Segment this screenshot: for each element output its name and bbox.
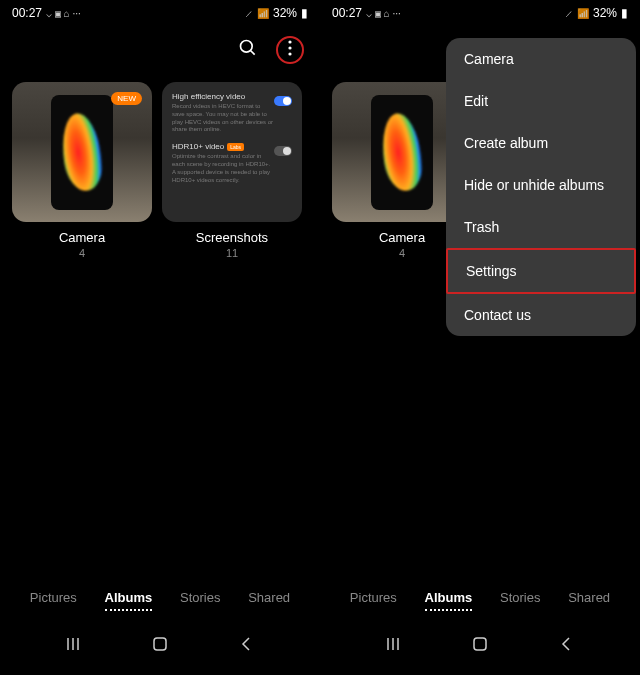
svg-point-3 [288, 46, 291, 49]
albums-grid: NEW Camera 4 High efficiency video Recor… [0, 74, 320, 267]
new-badge: NEW [111, 92, 142, 105]
album-screenshots[interactable]: High efficiency video Record videos in H… [162, 82, 302, 259]
nav-bar [0, 621, 320, 675]
svg-rect-8 [154, 638, 166, 650]
album-count: 11 [226, 247, 238, 259]
hdr-title: HDR10+ videoLabs [172, 142, 274, 151]
bottom-tabs: Pictures Albums Stories Shared [0, 576, 320, 621]
status-time: 00:27 [12, 6, 42, 20]
back-icon[interactable] [238, 635, 256, 657]
status-signal-icons: ⟋ 📶 [564, 8, 589, 19]
album-label: Screenshots [196, 230, 268, 245]
hev-toggle-icon [274, 96, 292, 106]
flame-wallpaper [58, 111, 106, 194]
tab-shared[interactable]: Shared [568, 586, 610, 611]
screen-left: 00:27 ⌵ ▣ ⌂ ··· ⟋ 📶 32% ▮ NEW Came [0, 0, 320, 675]
svg-point-2 [288, 40, 291, 43]
menu-settings[interactable]: Settings [446, 248, 636, 294]
album-label: Camera [59, 230, 105, 245]
status-battery: 32% [273, 6, 297, 20]
album-screenshots-thumb: High efficiency video Record videos in H… [162, 82, 302, 222]
svg-rect-12 [474, 638, 486, 650]
screen-right: 00:27 ⌵ ▣ ⌂ ··· ⟋ 📶 32% ▮ Camera 4 Camer… [320, 0, 640, 675]
tab-stories[interactable]: Stories [180, 586, 220, 611]
hev-desc: Record videos in HEVC format to save spa… [172, 103, 274, 134]
phone-image [51, 95, 113, 210]
hev-title: High efficiency video [172, 92, 274, 101]
status-bar: 00:27 ⌵ ▣ ⌂ ··· ⟋ 📶 32% ▮ [320, 0, 640, 26]
menu-camera[interactable]: Camera [446, 38, 636, 80]
hdr-toggle-icon [274, 146, 292, 156]
back-icon[interactable] [558, 635, 576, 657]
battery-icon: ▮ [621, 6, 628, 20]
album-count: 4 [399, 247, 405, 259]
menu-contact-us[interactable]: Contact us [446, 294, 636, 336]
tab-albums[interactable]: Albums [425, 586, 473, 611]
menu-trash[interactable]: Trash [446, 206, 636, 248]
svg-point-0 [241, 41, 253, 53]
status-time: 00:27 [332, 6, 362, 20]
hdr-badge: Labs [227, 143, 244, 151]
tab-stories[interactable]: Stories [500, 586, 540, 611]
hdr-desc: Optimize the contrast and color in each … [172, 153, 274, 184]
album-camera[interactable]: NEW Camera 4 [12, 82, 152, 259]
battery-icon: ▮ [301, 6, 308, 20]
tab-pictures[interactable]: Pictures [30, 586, 77, 611]
status-battery: 32% [593, 6, 617, 20]
options-menu: Camera Edit Create album Hide or unhide … [446, 38, 636, 336]
menu-hide-unhide[interactable]: Hide or unhide albums [446, 164, 636, 206]
svg-point-4 [288, 52, 291, 55]
album-count: 4 [79, 247, 85, 259]
menu-create-album[interactable]: Create album [446, 122, 636, 164]
flame-wallpaper [378, 111, 426, 194]
menu-edit[interactable]: Edit [446, 80, 636, 122]
home-icon[interactable] [151, 635, 169, 657]
album-label: Camera [379, 230, 425, 245]
more-options-icon[interactable] [288, 40, 292, 60]
recents-icon[interactable] [64, 635, 82, 657]
album-camera-thumb: NEW [12, 82, 152, 222]
tab-albums[interactable]: Albums [105, 586, 153, 611]
recents-icon[interactable] [384, 635, 402, 657]
status-bar: 00:27 ⌵ ▣ ⌂ ··· ⟋ 📶 32% ▮ [0, 0, 320, 26]
phone-image [371, 95, 433, 210]
status-left-icons: ⌵ ▣ ⌂ ··· [46, 8, 81, 19]
status-left-icons: ⌵ ▣ ⌂ ··· [366, 8, 401, 19]
svg-line-1 [251, 51, 255, 55]
tab-shared[interactable]: Shared [248, 586, 290, 611]
home-icon[interactable] [471, 635, 489, 657]
more-options-highlight [276, 36, 304, 64]
top-actions [0, 26, 320, 74]
status-signal-icons: ⟋ 📶 [244, 8, 269, 19]
search-icon[interactable] [238, 38, 258, 62]
tab-pictures[interactable]: Pictures [350, 586, 397, 611]
bottom-tabs: Pictures Albums Stories Shared [320, 576, 640, 621]
nav-bar [320, 621, 640, 675]
